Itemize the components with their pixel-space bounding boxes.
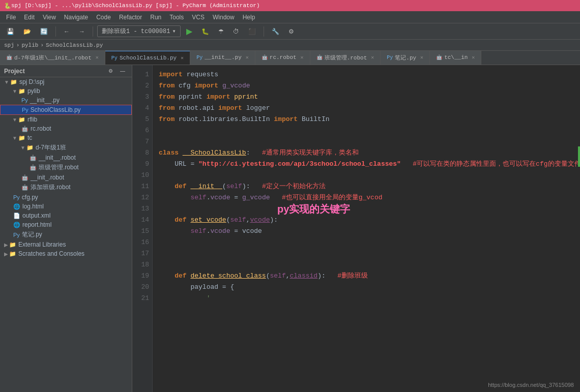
- tab-4[interactable]: 🤖班级管理.robot✕: [310, 51, 381, 65]
- watermark: https://blog.csdn.net/qq_37615098: [488, 382, 574, 388]
- tree-item[interactable]: ▶📁Scratches and Consoles: [0, 249, 132, 258]
- tree-label: rflib: [27, 116, 37, 123]
- back-button[interactable]: ←: [60, 26, 73, 37]
- tree-item[interactable]: 📄output.xml: [0, 211, 132, 220]
- code-line: payload = {: [159, 282, 574, 293]
- separator3: [264, 26, 264, 37]
- tab-close-1[interactable]: ✕: [181, 55, 184, 61]
- tree-item[interactable]: ▼📁tc: [0, 133, 132, 142]
- tree-label: Scratches and Consoles: [18, 250, 84, 257]
- tree-item[interactable]: ▼📁spj D:\spj: [0, 77, 132, 86]
- tab-3[interactable]: 🤖rc.robot✕: [255, 51, 310, 65]
- tree-icon: 🤖: [30, 164, 37, 171]
- line-number: 12: [135, 192, 149, 203]
- tree-item[interactable]: 🤖__init__.robot: [0, 153, 132, 162]
- menu-item-refactor[interactable]: Refactor: [115, 13, 146, 22]
- code-area[interactable]: 123456789101112131415161718192021 import…: [132, 65, 580, 392]
- tab-label-3: rc.robot: [270, 54, 297, 61]
- tab-close-5[interactable]: ✕: [420, 54, 423, 61]
- tab-0[interactable]: 🤖d-7年级1班\__init_.robot✕: [0, 51, 105, 65]
- tree-label: output.xml: [22, 212, 50, 219]
- tree-item[interactable]: ▼📁pylib: [0, 86, 132, 96]
- tree-arrow: ▼: [12, 117, 17, 123]
- tab-icon-4: 🤖: [316, 54, 323, 61]
- tab-close-3[interactable]: ✕: [301, 54, 304, 61]
- menu-item-code[interactable]: Code: [92, 13, 115, 22]
- tab-close-4[interactable]: ✕: [371, 54, 374, 61]
- menu-item-edit[interactable]: Edit: [20, 13, 39, 22]
- code-line: ': [159, 293, 574, 304]
- tab-close-2[interactable]: ✕: [246, 54, 249, 61]
- tree-item[interactable]: ▶📁External Libraries: [0, 240, 132, 249]
- tree-item[interactable]: 🤖rc.robot: [0, 124, 132, 133]
- tab-close-0[interactable]: ✕: [96, 54, 99, 61]
- tree-arrow: ▶: [4, 251, 8, 257]
- code-line: from cfg import g_vcode: [159, 80, 574, 92]
- menu-item-vcs[interactable]: VCS: [188, 13, 209, 22]
- breadcrumb-item-spj[interactable]: spj: [4, 42, 14, 48]
- tab-label-4: 班级管理.robot: [325, 54, 367, 62]
- menu-item-tools[interactable]: Tools: [165, 13, 188, 22]
- code-line: from robot.libraries.BuiltIn import Buil…: [159, 114, 574, 125]
- stop-button[interactable]: ⬛: [245, 26, 259, 37]
- vcs-button[interactable]: ⚙: [285, 26, 298, 37]
- code-content[interactable]: import requestsfrom cfg import g_vcodefr…: [153, 65, 580, 392]
- tree-arrow: ▼: [4, 79, 9, 85]
- coverage-button[interactable]: ☂: [215, 26, 227, 37]
- tree-item[interactable]: 🤖班级管理.robot: [0, 162, 132, 173]
- tab-6[interactable]: 🤖tc\__in✕: [430, 51, 481, 65]
- tree-item[interactable]: PySchoolClassLib.py: [0, 105, 132, 115]
- line-number: 14: [135, 215, 149, 226]
- tree-item[interactable]: 🌐log.html: [0, 202, 132, 211]
- code-line: [159, 136, 574, 147]
- sidebar-settings-button[interactable]: ⚙: [106, 67, 115, 75]
- forward-button[interactable]: →: [75, 26, 89, 37]
- tab-2[interactable]: Py__init__.py✕: [190, 51, 255, 65]
- tree-item[interactable]: 🤖__init_.robot: [0, 173, 132, 182]
- tab-5[interactable]: Py笔记.py✕: [381, 51, 430, 65]
- breadcrumb-item-pylib[interactable]: pylib: [21, 42, 38, 48]
- run-button[interactable]: ▶: [183, 25, 196, 38]
- profile-button[interactable]: ⏱: [229, 26, 243, 37]
- breadcrumb-item-file[interactable]: SchoolClassLib.py: [46, 42, 103, 48]
- save-button[interactable]: 💾: [3, 26, 18, 37]
- tree-item[interactable]: Py__init__.py: [0, 96, 132, 105]
- tab-close-6[interactable]: ✕: [472, 54, 475, 61]
- tab-icon-2: Py: [196, 55, 202, 61]
- code-line: [159, 170, 574, 181]
- tab-label-0: d-7年级1班\__init_.robot: [14, 54, 92, 62]
- line-number: 11: [135, 181, 149, 192]
- tree-label: spj D:\spj: [19, 78, 44, 85]
- menu-item-file[interactable]: File: [2, 13, 20, 22]
- tree-icon: 📁: [26, 144, 34, 151]
- sync-button[interactable]: 🔄: [37, 26, 51, 37]
- menu-item-run[interactable]: Run: [146, 13, 165, 22]
- menu-item-navigate[interactable]: Navigate: [60, 13, 92, 22]
- debug-button[interactable]: 🐛: [198, 26, 213, 37]
- code-line: [159, 259, 574, 270]
- open-button[interactable]: 📂: [20, 26, 35, 37]
- tab-1[interactable]: PySchoolClassLib.py✕: [105, 51, 190, 65]
- settings-button[interactable]: 🔧: [268, 26, 283, 37]
- tree-item[interactable]: ▼📁d-7年级1班: [0, 142, 132, 153]
- tree-icon: Py: [13, 194, 20, 200]
- titlebar-icon: 🐍: [4, 3, 11, 9]
- tree-item[interactable]: ▼📁rflib: [0, 115, 132, 124]
- run-config-selector[interactable]: 删除班级1 - tc000081 ▾: [97, 25, 181, 37]
- line-number: 7: [135, 136, 149, 147]
- menu-item-window[interactable]: Window: [209, 13, 239, 22]
- menu-item-view[interactable]: View: [39, 13, 60, 22]
- line-number: 18: [135, 259, 149, 270]
- code-line: def __init__(self): #定义一个初始化方法: [159, 181, 574, 192]
- titlebar: 🐍 spj [D:\spj] - ...\pylib\SchoolClassLi…: [0, 0, 580, 11]
- tree-item[interactable]: Pycfg.py: [0, 193, 132, 202]
- tree-icon: 📁: [9, 251, 16, 257]
- sidebar-header: Project ⚙ —: [0, 65, 132, 77]
- tree-item[interactable]: Py笔记.py: [0, 229, 132, 240]
- code-line: class __SchoolClassLib: #通常用类实现关键字库，类名和: [159, 147, 574, 159]
- menu-item-help[interactable]: Help: [239, 13, 259, 22]
- sidebar-collapse-button[interactable]: —: [118, 67, 128, 75]
- tree-icon: 🤖: [30, 155, 37, 161]
- tree-item[interactable]: 🤖添加班级.robot: [0, 182, 132, 193]
- tree-item[interactable]: 🌐report.html: [0, 220, 132, 229]
